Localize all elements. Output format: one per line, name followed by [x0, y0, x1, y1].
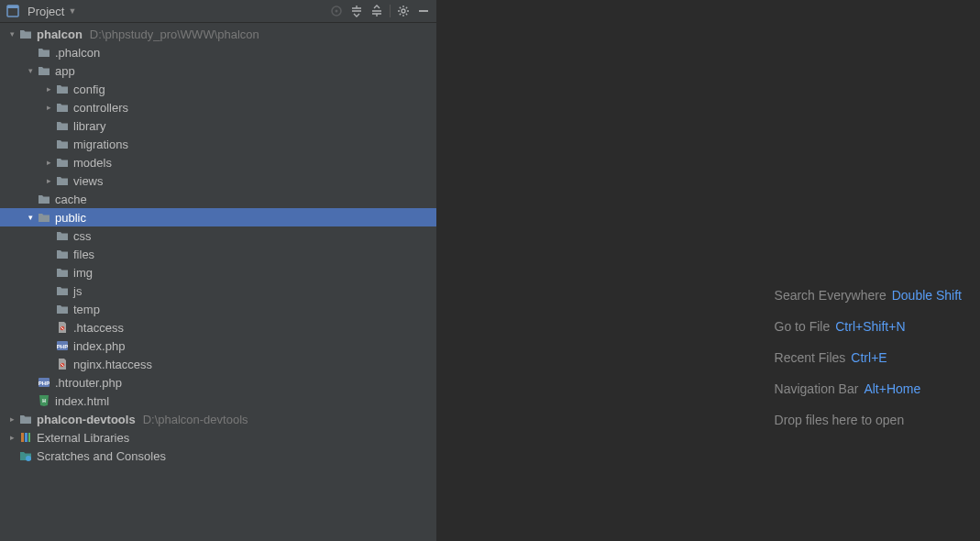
hta-icon [55, 357, 70, 371]
project-dropdown[interactable]: Project ▼ [6, 4, 76, 18]
tree-item-temp[interactable]: temp [0, 300, 436, 318]
tip-go-to-file: Go to FileCtrl+Shift+N [775, 319, 962, 334]
tree-item-config[interactable]: ▸config [0, 80, 436, 98]
scratch-icon [18, 448, 33, 463]
gear-icon[interactable] [396, 4, 411, 18]
tree-item-migrations[interactable]: migrations [0, 135, 436, 153]
folder-icon [55, 265, 70, 280]
tree-item-label: img [73, 266, 93, 280]
tip-label: Drop files here to open [775, 413, 905, 427]
tree-item--htaccess[interactable]: .htaccess [0, 318, 436, 337]
tree-item-label: cache [55, 193, 87, 206]
tree-item-library[interactable]: library [0, 116, 436, 135]
folder-icon [55, 118, 70, 133]
chevron-right-icon[interactable]: ▸ [44, 84, 53, 94]
chevron-right-icon[interactable]: ▸ [44, 103, 53, 112]
tree-item-label: temp [73, 303, 100, 316]
tip-label: Search Everywhere [775, 288, 886, 303]
project-toolbar: Project ▼ [0, 0, 436, 23]
svg-rect-13 [25, 433, 28, 442]
folder-icon [37, 63, 51, 78]
tree-item-js[interactable]: js [0, 282, 436, 300]
tree-item-cache[interactable]: cache [0, 190, 436, 208]
tree-item-label: External Libraries [37, 431, 129, 445]
folder-icon [55, 283, 70, 298]
tree-item-public[interactable]: ▾public [0, 208, 436, 226]
folder-icon [55, 173, 70, 188]
target-icon[interactable] [329, 4, 344, 18]
tree-item-label: index.php [73, 339, 125, 353]
project-title: Project [28, 5, 64, 18]
tip-shortcut: Double Shift [892, 288, 962, 303]
tip-shortcut: Ctrl+E [851, 350, 886, 365]
tip-drop-files-here-to-open: Drop files here to open [775, 413, 962, 427]
tree-item-label: migrations [73, 138, 128, 151]
tip-search-everywhere: Search EverywhereDouble Shift [775, 288, 962, 303]
tree-item-img[interactable]: img [0, 263, 436, 282]
project-tree[interactable]: ▾phalconD:\phpstudy_pro\WWW\phalcon.phal… [0, 23, 436, 541]
tree-item-scratches-and-consoles[interactable]: Scratches and Consoles [0, 447, 436, 465]
chevron-down-icon[interactable]: ▾ [26, 66, 35, 75]
tree-item-label: phalcon [37, 28, 83, 41]
folder-icon [55, 228, 70, 243]
tree-item--htrouter-php[interactable]: PHP.htrouter.php [0, 373, 436, 392]
chevron-right-icon[interactable]: ▸ [7, 414, 17, 424]
tree-item-files[interactable]: files [0, 245, 436, 263]
tip-label: Go to File [775, 319, 831, 334]
collapse-all-icon[interactable] [369, 4, 384, 18]
tip-recent-files: Recent FilesCtrl+E [775, 350, 962, 365]
tree-item-label: files [73, 248, 94, 261]
folder-icon [37, 45, 51, 60]
svg-text:H: H [42, 398, 46, 403]
chevron-right-icon[interactable]: ▸ [44, 176, 53, 185]
tree-item-label: phalcon-devtools [37, 413, 136, 426]
tip-label: Recent Files [775, 350, 846, 365]
svg-point-3 [336, 10, 338, 13]
tree-item-models[interactable]: ▸models [0, 153, 436, 171]
folder-icon [55, 155, 70, 170]
php-icon: PHP [55, 338, 70, 353]
php-icon: PHP [37, 375, 51, 390]
chevron-down-icon[interactable]: ▾ [7, 29, 17, 39]
svg-point-4 [402, 9, 405, 13]
project-icon [6, 4, 20, 18]
tree-item-label: app [55, 64, 75, 78]
expand-all-icon[interactable] [349, 4, 364, 18]
tree-item-label: nginx.htaccess [73, 358, 152, 371]
tree-item-css[interactable]: css [0, 226, 436, 245]
tree-item-index-html[interactable]: Hindex.html [0, 392, 436, 410]
tree-item-app[interactable]: ▾app [0, 61, 436, 80]
folder-icon [37, 192, 51, 206]
tree-item-controllers[interactable]: ▸controllers [0, 98, 436, 116]
editor-area[interactable]: Search EverywhereDouble ShiftGo to FileC… [437, 0, 980, 541]
tree-item-index-php[interactable]: PHPindex.php [0, 337, 436, 355]
tip-label: Navigation Bar [775, 381, 859, 396]
tree-item-phalcon-devtools[interactable]: ▸phalcon-devtoolsD:\phalcon-devtools [0, 410, 436, 428]
chevron-right-icon[interactable]: ▸ [7, 433, 17, 442]
hide-icon[interactable] [416, 4, 431, 18]
svg-text:PHP: PHP [57, 344, 68, 349]
svg-text:PHP: PHP [39, 381, 50, 386]
tree-item-label: config [73, 83, 105, 96]
tree-item-phalcon[interactable]: ▾phalconD:\phpstudy_pro\WWW\phalcon [0, 25, 436, 43]
tree-item-label: index.html [55, 394, 109, 408]
folder-icon [18, 27, 33, 41]
folder-icon [55, 82, 70, 96]
html-icon: H [37, 393, 51, 408]
tree-item-nginx-htaccess[interactable]: nginx.htaccess [0, 355, 436, 373]
folder-icon [55, 137, 70, 151]
tree-item-views[interactable]: ▸views [0, 171, 436, 190]
welcome-tips: Search EverywhereDouble ShiftGo to FileC… [775, 288, 962, 427]
tree-item--phalcon[interactable]: .phalcon [0, 43, 436, 61]
folder-icon [55, 247, 70, 261]
folder-icon [55, 302, 70, 316]
chevron-right-icon[interactable]: ▸ [44, 158, 53, 167]
tree-item-label: controllers [73, 101, 128, 115]
tree-item-label: models [73, 156, 112, 170]
tree-item-label: js [73, 284, 82, 298]
tree-item-external-libraries[interactable]: ▸External Libraries [0, 428, 436, 447]
tip-navigation-bar: Navigation BarAlt+Home [775, 381, 962, 396]
svg-point-15 [26, 456, 31, 461]
tree-item-label: .htrouter.php [55, 376, 122, 390]
chevron-down-icon[interactable]: ▾ [26, 213, 35, 222]
